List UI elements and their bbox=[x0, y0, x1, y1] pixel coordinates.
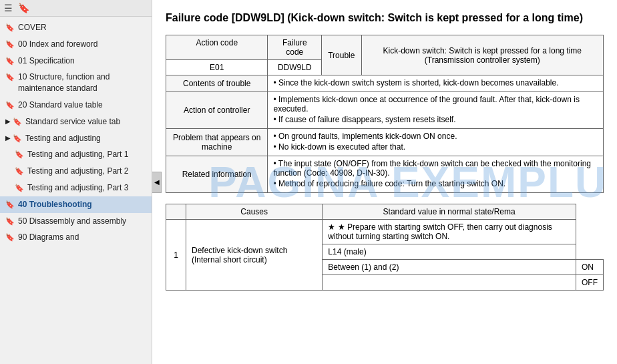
nav-bookmark-icon: 🔖 bbox=[15, 150, 24, 160]
cause-std-header: ★ ★ Prepare with starting switch OFF, th… bbox=[323, 220, 576, 244]
info-row-header: Action of controller bbox=[166, 92, 268, 129]
sidebar-item-testing-adj[interactable]: ▶ 🔖Testing and adjusting bbox=[0, 130, 152, 147]
cause-between-label: Between (1) and (2) bbox=[323, 260, 576, 275]
sidebar-item-testing-adj-p3[interactable]: 🔖Testing and adjusting, Part 3 bbox=[0, 180, 152, 196]
page-title: Failure code [DDW9LD] (Kick-down switch:… bbox=[166, 11, 604, 25]
col-failure-code: Failure code bbox=[268, 35, 322, 60]
info-table: Action code Failure code Trouble Kick-do… bbox=[166, 35, 604, 193]
nav-item-label: COVER bbox=[18, 22, 47, 33]
cause-text: Defective kick-down switch (Internal sho… bbox=[186, 220, 323, 291]
sidebar-item-20-standard[interactable]: 🔖20 Standard value table bbox=[0, 97, 152, 114]
nav-bookmark-icon: 🔖 bbox=[13, 117, 22, 127]
sidebar-item-40-trouble[interactable]: 🔖40 Troubleshooting bbox=[0, 196, 152, 213]
sidebar-item-50-disassembly[interactable]: 🔖50 Disassembly and assembly bbox=[0, 213, 152, 230]
nav-item-label: 90 Diagrams and bbox=[18, 232, 79, 243]
info-row-content: • The input state (ON/OFF) from the kick… bbox=[268, 156, 604, 193]
causes-table-body: 1Defective kick-down switch (Internal sh… bbox=[166, 220, 604, 291]
sidebar-item-testing-adj-p1[interactable]: 🔖Testing and adjusting, Part 1 bbox=[0, 146, 152, 163]
sidebar-toolbar: ☰ 🔖 bbox=[0, 0, 152, 17]
causes-table: Causes Standard value in normal state/Re… bbox=[166, 204, 604, 291]
nav-bookmark-icon: 🔖 bbox=[5, 232, 15, 242]
action-code-val: E01 bbox=[166, 60, 268, 75]
sidebar-item-testing-adj-p2[interactable]: 🔖Testing and adjusting, Part 2 bbox=[0, 163, 152, 180]
nav-item-label: 50 Disassembly and assembly bbox=[18, 216, 126, 227]
col-trouble: Trouble bbox=[322, 35, 361, 75]
info-row-header: Problem that appears on machine bbox=[166, 129, 268, 156]
sidebar-item-std-service[interactable]: ▶ 🔖Standard service value tab bbox=[0, 114, 152, 130]
nav-item-label: Standard service value tab bbox=[25, 116, 120, 128]
nav-item-label: 00 Index and foreword bbox=[18, 39, 97, 50]
cause-no: 1 bbox=[166, 220, 186, 291]
causes-col-standard: Standard value in normal state/Rema bbox=[323, 204, 576, 220]
causes-col-no bbox=[166, 204, 186, 220]
nav-bookmark-icon: 🔖 bbox=[5, 72, 15, 82]
main-content: PAGINA EXEMPLU Failure code [DDW9LD] (Ki… bbox=[152, 0, 617, 364]
nav-bookmark-icon: 🔖 bbox=[15, 183, 24, 193]
sidebar-item-cover[interactable]: 🔖COVER bbox=[0, 19, 152, 36]
nav-item-label: 40 Troubleshooting bbox=[18, 199, 92, 210]
sidebar-item-01-spec[interactable]: 🔖01 Specification bbox=[0, 53, 152, 69]
col-action-code: Action code bbox=[166, 35, 268, 60]
nav-item-label: Testing and adjusting, Part 3 bbox=[27, 182, 128, 194]
nav-bookmark-icon: 🔖 bbox=[5, 216, 15, 226]
info-row-content: • Since the kick-down switch system is s… bbox=[268, 75, 604, 92]
cause-connector-label: L14 (male) bbox=[323, 244, 576, 260]
sidebar-item-00-index[interactable]: 🔖00 Index and foreword bbox=[0, 36, 152, 53]
info-row-header: Contents of trouble bbox=[166, 75, 268, 92]
trouble-desc-cell: Kick-down switch: Switch is kept pressed… bbox=[361, 35, 603, 75]
nav-item-label: Testing and adjusting, Part 2 bbox=[27, 166, 128, 177]
causes-col-causes: Causes bbox=[186, 204, 323, 220]
bookmark-icon[interactable]: 🔖 bbox=[18, 3, 29, 13]
info-row-content: • Implements kick-down once at occurrenc… bbox=[268, 92, 604, 129]
nav-bookmark-icon: 🔖 bbox=[5, 23, 15, 33]
expand-icon: ▶ bbox=[5, 134, 11, 143]
nav-bookmark-icon: 🔖 bbox=[5, 39, 15, 49]
nav-bookmark-icon: 🔖 bbox=[13, 134, 22, 144]
info-row-header: Related information bbox=[166, 156, 268, 193]
failure-code-val: DDW9LD bbox=[268, 60, 322, 75]
info-row-content: • On ground faults, implements kick-down… bbox=[268, 129, 604, 156]
nav-item-label: 20 Standard value table bbox=[18, 100, 103, 111]
sidebar-item-90-diagrams[interactable]: 🔖90 Diagrams and bbox=[0, 229, 152, 246]
menu-icon[interactable]: ☰ bbox=[4, 3, 13, 13]
nav-item-label: 10 Structure, function and maintenance s… bbox=[18, 71, 146, 94]
sidebar-collapse-handle[interactable]: ◀ bbox=[152, 172, 162, 193]
cause-empty bbox=[323, 275, 576, 291]
nav-bookmark-icon: 🔖 bbox=[5, 56, 15, 66]
expand-icon: ▶ bbox=[5, 117, 11, 126]
nav-item-label: 01 Specification bbox=[18, 55, 75, 67]
nav-bookmark-icon: 🔖 bbox=[5, 100, 15, 110]
cause-on-val: ON bbox=[576, 260, 603, 275]
nav-bookmark-icon: 🔖 bbox=[15, 166, 24, 176]
sidebar: ☰ 🔖 🔖COVER🔖00 Index and foreword🔖01 Spec… bbox=[0, 0, 152, 364]
collapse-arrow-icon: ◀ bbox=[154, 178, 160, 186]
nav-item-label: Testing and adjusting, Part 1 bbox=[27, 149, 128, 160]
nav-item-label: Testing and adjusting bbox=[25, 133, 101, 144]
sidebar-nav: 🔖COVER🔖00 Index and foreword🔖01 Specific… bbox=[0, 17, 152, 364]
cause-off-val: OFF bbox=[576, 275, 603, 291]
sidebar-item-10-structure[interactable]: 🔖10 Structure, function and maintenance … bbox=[0, 69, 152, 97]
info-table-body: Contents of trouble• Since the kick-down… bbox=[166, 75, 604, 193]
nav-bookmark-icon: 🔖 bbox=[5, 200, 15, 210]
